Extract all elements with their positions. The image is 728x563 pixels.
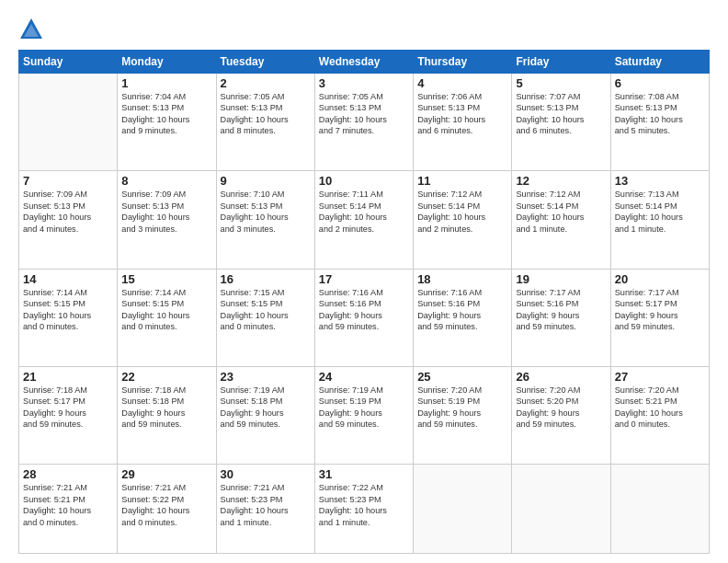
day-info: Sunrise: 7:05 AMSunset: 5:13 PMDaylight:… [221, 91, 311, 137]
day-info: Sunrise: 7:12 AMSunset: 5:14 PMDaylight:… [417, 189, 507, 235]
calendar-cell: 14Sunrise: 7:14 AMSunset: 5:15 PMDayligh… [19, 269, 118, 366]
day-info: Sunrise: 7:19 AMSunset: 5:18 PMDaylight:… [221, 385, 311, 431]
day-info: Sunrise: 7:17 AMSunset: 5:17 PMDaylight:… [615, 287, 705, 333]
header [18, 17, 710, 42]
calendar-cell: 10Sunrise: 7:11 AMSunset: 5:14 PMDayligh… [314, 171, 413, 269]
calendar-cell: 31Sunrise: 7:22 AMSunset: 5:23 PMDayligh… [314, 465, 413, 554]
day-info: Sunrise: 7:14 AMSunset: 5:15 PMDaylight:… [23, 287, 113, 333]
day-number: 13 [615, 174, 705, 188]
day-info: Sunrise: 7:10 AMSunset: 5:13 PMDaylight:… [221, 189, 311, 235]
day-info: Sunrise: 7:16 AMSunset: 5:16 PMDaylight:… [417, 287, 507, 333]
day-number: 6 [615, 76, 705, 90]
day-number: 3 [319, 76, 409, 90]
calendar-cell: 7Sunrise: 7:09 AMSunset: 5:13 PMDaylight… [19, 171, 118, 269]
day-info: Sunrise: 7:17 AMSunset: 5:16 PMDaylight:… [516, 287, 606, 333]
day-info: Sunrise: 7:06 AMSunset: 5:13 PMDaylight:… [417, 91, 507, 137]
day-info: Sunrise: 7:21 AMSunset: 5:22 PMDaylight:… [121, 482, 211, 528]
weekday-header-tuesday: Tuesday [216, 51, 314, 74]
day-info: Sunrise: 7:13 AMSunset: 5:14 PMDaylight:… [615, 189, 705, 235]
weekday-header-wednesday: Wednesday [314, 51, 413, 74]
logo [18, 17, 48, 42]
day-number: 25 [417, 370, 507, 384]
calendar-cell: 3Sunrise: 7:05 AMSunset: 5:13 PMDaylight… [314, 74, 413, 171]
day-number: 14 [23, 272, 113, 286]
day-info: Sunrise: 7:15 AMSunset: 5:15 PMDaylight:… [221, 287, 311, 333]
day-number: 31 [319, 467, 409, 481]
day-number: 23 [221, 370, 311, 384]
calendar-cell: 12Sunrise: 7:12 AMSunset: 5:14 PMDayligh… [512, 171, 610, 269]
calendar-cell: 22Sunrise: 7:18 AMSunset: 5:18 PMDayligh… [118, 367, 216, 465]
day-number: 12 [516, 174, 606, 188]
day-number: 11 [417, 174, 507, 188]
calendar-cell: 23Sunrise: 7:19 AMSunset: 5:18 PMDayligh… [216, 367, 314, 465]
day-number: 15 [121, 272, 211, 286]
day-number: 29 [121, 467, 211, 481]
day-number: 20 [615, 272, 705, 286]
day-info: Sunrise: 7:04 AMSunset: 5:13 PMDaylight:… [121, 91, 211, 137]
weekday-header-friday: Friday [512, 51, 610, 74]
day-number: 16 [221, 272, 311, 286]
calendar-cell: 17Sunrise: 7:16 AMSunset: 5:16 PMDayligh… [314, 269, 413, 366]
weekday-header-row: SundayMondayTuesdayWednesdayThursdayFrid… [19, 51, 710, 74]
day-number: 19 [516, 272, 606, 286]
day-number: 4 [417, 76, 507, 90]
calendar-cell: 24Sunrise: 7:19 AMSunset: 5:19 PMDayligh… [314, 367, 413, 465]
day-number: 1 [121, 76, 211, 90]
day-info: Sunrise: 7:21 AMSunset: 5:21 PMDaylight:… [23, 482, 113, 528]
calendar-cell [414, 465, 512, 554]
day-number: 18 [417, 272, 507, 286]
weekday-header-thursday: Thursday [414, 51, 512, 74]
day-info: Sunrise: 7:08 AMSunset: 5:13 PMDaylight:… [615, 91, 705, 137]
calendar-cell: 13Sunrise: 7:13 AMSunset: 5:14 PMDayligh… [610, 171, 709, 269]
calendar-cell: 29Sunrise: 7:21 AMSunset: 5:22 PMDayligh… [118, 465, 216, 554]
week-row-4: 28Sunrise: 7:21 AMSunset: 5:21 PMDayligh… [19, 465, 710, 554]
calendar-cell: 25Sunrise: 7:20 AMSunset: 5:19 PMDayligh… [414, 367, 512, 465]
calendar-cell: 9Sunrise: 7:10 AMSunset: 5:13 PMDaylight… [216, 171, 314, 269]
week-row-2: 14Sunrise: 7:14 AMSunset: 5:15 PMDayligh… [19, 269, 710, 366]
day-info: Sunrise: 7:18 AMSunset: 5:18 PMDaylight:… [121, 385, 211, 431]
day-number: 5 [516, 76, 606, 90]
day-number: 30 [221, 467, 311, 481]
day-number: 7 [23, 174, 113, 188]
day-number: 27 [615, 370, 705, 384]
day-info: Sunrise: 7:18 AMSunset: 5:17 PMDaylight:… [23, 385, 113, 431]
calendar-cell: 28Sunrise: 7:21 AMSunset: 5:21 PMDayligh… [19, 465, 118, 554]
calendar-cell [19, 74, 118, 171]
calendar-table: SundayMondayTuesdayWednesdayThursdayFrid… [18, 50, 710, 554]
day-info: Sunrise: 7:09 AMSunset: 5:13 PMDaylight:… [23, 189, 113, 235]
day-number: 2 [221, 76, 311, 90]
calendar-cell [512, 465, 610, 554]
day-info: Sunrise: 7:20 AMSunset: 5:20 PMDaylight:… [516, 385, 606, 431]
day-info: Sunrise: 7:20 AMSunset: 5:19 PMDaylight:… [417, 385, 507, 431]
calendar-cell: 4Sunrise: 7:06 AMSunset: 5:13 PMDaylight… [414, 74, 512, 171]
calendar-cell: 1Sunrise: 7:04 AMSunset: 5:13 PMDaylight… [118, 74, 216, 171]
weekday-header-monday: Monday [118, 51, 216, 74]
day-info: Sunrise: 7:21 AMSunset: 5:23 PMDaylight:… [221, 482, 311, 528]
calendar-cell [610, 465, 709, 554]
calendar-cell: 2Sunrise: 7:05 AMSunset: 5:13 PMDaylight… [216, 74, 314, 171]
day-info: Sunrise: 7:14 AMSunset: 5:15 PMDaylight:… [121, 287, 211, 333]
day-number: 24 [319, 370, 409, 384]
calendar-cell: 11Sunrise: 7:12 AMSunset: 5:14 PMDayligh… [414, 171, 512, 269]
day-number: 8 [121, 174, 211, 188]
week-row-1: 7Sunrise: 7:09 AMSunset: 5:13 PMDaylight… [19, 171, 710, 269]
day-info: Sunrise: 7:12 AMSunset: 5:14 PMDaylight:… [516, 189, 606, 235]
week-row-3: 21Sunrise: 7:18 AMSunset: 5:17 PMDayligh… [19, 367, 710, 465]
calendar-cell: 8Sunrise: 7:09 AMSunset: 5:13 PMDaylight… [118, 171, 216, 269]
weekday-header-saturday: Saturday [610, 51, 709, 74]
day-info: Sunrise: 7:07 AMSunset: 5:13 PMDaylight:… [516, 91, 606, 137]
calendar-cell: 21Sunrise: 7:18 AMSunset: 5:17 PMDayligh… [19, 367, 118, 465]
calendar-cell: 19Sunrise: 7:17 AMSunset: 5:16 PMDayligh… [512, 269, 610, 366]
day-number: 22 [121, 370, 211, 384]
day-info: Sunrise: 7:22 AMSunset: 5:23 PMDaylight:… [319, 482, 409, 528]
calendar-cell: 5Sunrise: 7:07 AMSunset: 5:13 PMDaylight… [512, 74, 610, 171]
day-number: 21 [23, 370, 113, 384]
day-number: 26 [516, 370, 606, 384]
calendar-cell: 30Sunrise: 7:21 AMSunset: 5:23 PMDayligh… [216, 465, 314, 554]
day-info: Sunrise: 7:20 AMSunset: 5:21 PMDaylight:… [615, 385, 705, 431]
day-info: Sunrise: 7:11 AMSunset: 5:14 PMDaylight:… [319, 189, 409, 235]
day-info: Sunrise: 7:09 AMSunset: 5:13 PMDaylight:… [121, 189, 211, 235]
day-info: Sunrise: 7:05 AMSunset: 5:13 PMDaylight:… [319, 91, 409, 137]
week-row-0: 1Sunrise: 7:04 AMSunset: 5:13 PMDaylight… [19, 74, 710, 171]
day-info: Sunrise: 7:16 AMSunset: 5:16 PMDaylight:… [319, 287, 409, 333]
